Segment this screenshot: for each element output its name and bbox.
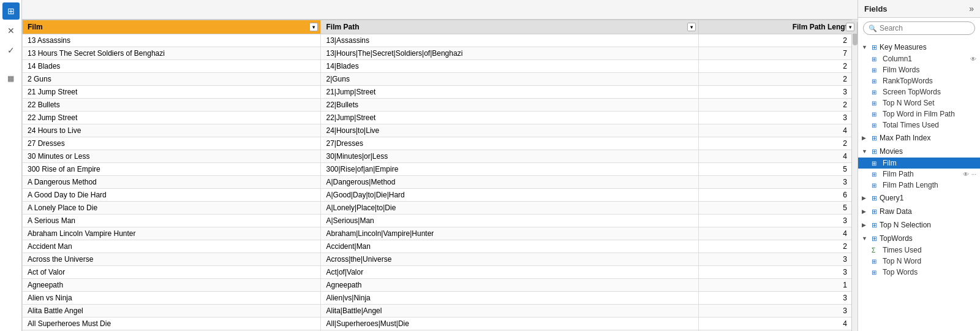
col-film-path-length-sort[interactable]: ▾ — [846, 23, 854, 31]
field-item[interactable]: ⊞Column1👁 — [858, 53, 980, 64]
cell-film: 22 Jump Street — [23, 112, 321, 124]
table-row: 21 Jump Street 21|Jump|Street 3 — [23, 86, 858, 99]
field-item[interactable]: ⊞Film — [858, 158, 980, 169]
field-group-header[interactable]: ▶ ⊞ Max Path Index — [858, 132, 980, 144]
cell-film-path-length: 3 — [699, 176, 858, 189]
group-toggle-icon: ▼ — [862, 148, 869, 154]
field-item-label: Times Used — [883, 246, 922, 254]
col-film-path-sort[interactable]: ▾ — [687, 23, 696, 31]
cell-film-path-length: 5 — [699, 163, 858, 176]
field-item[interactable]: ΣTimes Used — [858, 245, 980, 256]
left-toolbar: ⊞ ✕ ✓ ▦ — [0, 0, 22, 331]
field-item[interactable]: ⊞Screen TopWords — [858, 86, 980, 97]
table-row: Agneepath Agneepath 1 — [23, 279, 858, 292]
col-film-path[interactable]: Film Path ▾ — [321, 20, 699, 34]
field-group: ▼ ⊞ Movies ⊞Film⊞Film Path👁···⊞Film Path… — [858, 145, 980, 191]
cell-film-path: Abraham|Lincoln|Vampire|Hunter — [321, 227, 699, 240]
col-film[interactable]: Film ▾ — [23, 20, 321, 34]
col-film-path-length[interactable]: Film Path Length ▾ — [699, 20, 858, 34]
cell-film: 14 Blades — [23, 60, 321, 73]
field-item-label: Top Word in Film Path — [883, 110, 955, 118]
table-row: 14 Blades 14|Blades 2 — [23, 60, 858, 73]
cell-film-path-length: 1 — [699, 279, 858, 292]
table-row: Across the Universe Across|the|Universe … — [23, 253, 858, 266]
field-group-header[interactable]: ▼ ⊞ TopWords — [858, 232, 980, 245]
eye-icon[interactable]: 👁 — [970, 56, 976, 63]
field-group: ▶ ⊞ Top N Selection — [858, 219, 980, 231]
cell-film-path-length: 3 — [699, 292, 858, 305]
field-group-header[interactable]: ▶ ⊞ Top N Selection — [858, 219, 980, 231]
field-group-header[interactable]: ▶ ⊞ Raw Data — [858, 205, 980, 218]
cell-film-path: Across|the|Universe — [321, 253, 699, 266]
table-icon: ⊞ — [872, 258, 880, 265]
group-label: Max Path Index — [880, 134, 930, 142]
fields-scroll[interactable]: ▼ ⊞ Key Measures ⊞Column1👁⊞Film Words⊞Ra… — [858, 39, 980, 331]
table-row: Act of Valor Act|of|Valor 3 — [23, 266, 858, 279]
cell-film-path-length: 2 — [699, 60, 858, 73]
col-film-sort[interactable]: ▾ — [309, 23, 318, 31]
cell-film-path: Act|of|Valor — [321, 266, 699, 279]
main-content: Film ▾ Film Path ▾ Film Path Length ▾ 13… — [22, 20, 858, 331]
search-input[interactable] — [880, 24, 971, 32]
cell-film-path-length: 4 — [699, 318, 858, 330]
field-item[interactable]: ⊞Top Words — [858, 267, 980, 278]
table-row: A Serious Man A|Serious|Man 3 — [23, 215, 858, 227]
field-group: ▶ ⊞ Raw Data — [858, 205, 980, 218]
fields-search-container: 🔍 — [863, 21, 975, 35]
table-body: 13 Assassins 13|Assassins 2 13 Hours The… — [23, 34, 858, 332]
table-row: 30 Minutes or Less 30|Minutes|or|Less 4 — [23, 150, 858, 163]
cell-film: Accident Man — [23, 240, 321, 253]
cell-film: 300 Rise of an Empire — [23, 163, 321, 176]
field-group-header[interactable]: ▶ ⊞ Query1 — [858, 192, 980, 204]
field-item[interactable]: ⊞Top N Word — [858, 256, 980, 267]
field-item[interactable]: ⊞Total Times Used — [858, 120, 980, 131]
cell-film: 22 Bullets — [23, 99, 321, 112]
table-row: All Superheroes Must Die All|Superheroes… — [23, 318, 858, 330]
cell-film: Abraham Lincoln Vampire Hunter — [23, 227, 321, 240]
cell-film: Alita Battle Angel — [23, 305, 321, 318]
field-item[interactable]: ⊞Top N Word Set — [858, 97, 980, 108]
cell-film-path: 300|Rise|of|an|Empire — [321, 163, 699, 176]
field-item[interactable]: ⊞RankTopWords — [858, 75, 980, 86]
cell-film: A Serious Man — [23, 215, 321, 227]
cell-film: 2 Guns — [23, 73, 321, 86]
cell-film: Across the Universe — [23, 253, 321, 266]
eye-icon[interactable]: 👁 — [963, 171, 969, 178]
field-item-label: Column1 — [883, 55, 912, 63]
field-item[interactable]: ⊞Top Word in Film Path — [858, 108, 980, 120]
cell-film-path-length: 6 — [699, 189, 858, 202]
table-row: Alita Battle Angel Alita|Battle|Angel 3 — [23, 305, 858, 318]
cell-film-path: 27|Dresses — [321, 137, 699, 150]
field-item[interactable]: ⊞Film Words — [858, 64, 980, 75]
fields-close-button[interactable]: » — [969, 4, 974, 13]
group-label: Movies — [880, 147, 903, 156]
cell-film-path: A|Lonely|Place|to|Die — [321, 202, 699, 215]
table-icon: ⊞ — [872, 78, 880, 85]
search-icon: 🔍 — [869, 25, 877, 32]
table-row: 24 Hours to Live 24|Hours|to|Live 4 — [23, 124, 858, 137]
cell-film-path-length: 7 — [699, 47, 858, 60]
fields-title: Fields — [864, 4, 888, 13]
sheet-icon[interactable]: ▦ — [2, 70, 20, 87]
field-item[interactable]: ⊞Film Path👁··· — [858, 169, 980, 180]
cell-film-path: 22|Jump|Street — [321, 112, 699, 124]
table-row: 13 Hours The Secret Soldiers of Benghazi… — [23, 47, 858, 60]
group-label: Key Measures — [880, 43, 927, 51]
data-table-wrapper[interactable]: Film ▾ Film Path ▾ Film Path Length ▾ 13… — [22, 20, 858, 331]
check-icon[interactable]: ✓ — [2, 42, 20, 59]
cell-film-path-length: 4 — [699, 124, 858, 137]
field-item-label: RankTopWords — [883, 77, 933, 85]
more-options-icon[interactable]: ··· — [971, 171, 976, 178]
cell-film: Alien vs Ninja — [23, 292, 321, 305]
group-toggle-icon: ▶ — [862, 208, 869, 215]
close-icon[interactable]: ✕ — [2, 22, 20, 39]
table-icon: ⊞ — [872, 100, 880, 107]
table-scrollbar[interactable] — [851, 20, 858, 331]
field-item-label: Top Words — [883, 268, 918, 276]
grid-view-icon[interactable]: ⊞ — [2, 2, 20, 20]
field-item[interactable]: ⊞Film Path Length — [858, 180, 980, 191]
field-group-header[interactable]: ▼ ⊞ Movies — [858, 145, 980, 158]
field-group-header[interactable]: ▼ ⊞ Key Measures — [858, 41, 980, 53]
table-row: 13 Assassins 13|Assassins 2 — [23, 34, 858, 47]
field-group: ▶ ⊞ Query1 — [858, 192, 980, 204]
